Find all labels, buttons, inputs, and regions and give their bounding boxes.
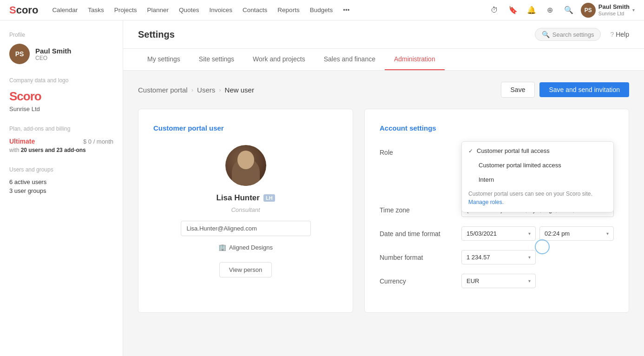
user-name: Lisa Hunter: [216, 193, 260, 203]
user-subtitle: Sunrise Ltd: [598, 11, 630, 17]
datetime-control: 15/03/2021 ▾ 02:24 pm ▾: [461, 226, 614, 241]
nav-reports[interactable]: Reports: [273, 5, 304, 15]
sidebar-profile-role: CEO: [35, 55, 72, 61]
nav-contacts[interactable]: Contacts: [238, 5, 272, 15]
sidebar-profile-name: Paul Smith: [35, 47, 72, 55]
number-arrow-icon: ▾: [528, 255, 531, 260]
logo[interactable]: Scoro: [9, 4, 38, 16]
plan-price: $ 0 / month: [83, 138, 113, 145]
currency-select[interactable]: EUR ▾: [461, 274, 536, 288]
main-content: Settings 🔍 Search settings ? Help My set…: [123, 20, 644, 356]
timer-icon[interactable]: ⏱: [488, 4, 501, 17]
user-menu[interactable]: PS Paul Smith Sunrise Ltd ▾: [581, 3, 635, 18]
tab-site-settings[interactable]: Site settings: [190, 49, 243, 70]
role-option-limited-access[interactable]: Customer portal limited access: [462, 158, 613, 172]
breadcrumb: Customer portal › Users › New user: [138, 86, 254, 94]
view-person-button[interactable]: View person: [219, 262, 272, 277]
company-logo: Scoro: [9, 89, 113, 104]
action-btns: Save Save and send invitation: [501, 82, 629, 98]
account-settings-title: Account settings: [380, 124, 614, 132]
tab-work-projects[interactable]: Work and projects: [243, 49, 315, 70]
account-settings-card: Account settings Role ✓ Customer portal …: [364, 109, 629, 313]
nav-calendar[interactable]: Calendar: [47, 5, 82, 15]
role-option-intern[interactable]: Intern: [462, 172, 613, 187]
form-grid: Customer portal user Lisa Hunter LH Cons…: [138, 109, 629, 313]
user-info: Paul Smith Sunrise Ltd: [598, 3, 630, 17]
user-name-row: Lisa Hunter LH: [216, 193, 275, 203]
datetime-label: Date and time format: [380, 226, 454, 237]
search-icon[interactable]: 🔍: [562, 4, 575, 17]
timezone-label: Time zone: [380, 203, 454, 214]
currency-label: Currency: [380, 274, 454, 285]
sidebar-profile: PS Paul Smith CEO: [9, 44, 113, 64]
currency-control: EUR ▾: [461, 274, 614, 288]
nav-tasks[interactable]: Tasks: [83, 5, 109, 15]
save-invite-button[interactable]: Save and send invitation: [539, 82, 629, 97]
currency-arrow-icon: ▾: [528, 278, 531, 283]
user-photo-inner: [225, 145, 266, 186]
role-intern-label: Intern: [479, 176, 494, 183]
number-label: Number format: [380, 250, 454, 261]
customer-portal-card-title: Customer portal user: [153, 124, 338, 132]
user-chevron-icon: ▾: [632, 7, 635, 13]
topnav-right: ⏱ 🔖 🔔 ⊕ 🔍 PS Paul Smith Sunrise Ltd ▾: [488, 3, 635, 18]
users-section-label: Users and groups: [9, 166, 113, 173]
nav-budgets[interactable]: Budgets: [305, 5, 338, 15]
building-icon: 🏢: [218, 244, 226, 251]
search-settings[interactable]: 🔍 Search settings: [535, 28, 601, 41]
date-arrow-icon: ▾: [528, 231, 531, 236]
user-card-content: Lisa Hunter LH Consultant 🏢 Aligned Desi…: [153, 145, 338, 277]
nav-planner[interactable]: Planner: [142, 5, 173, 15]
help-button[interactable]: ? Help: [610, 31, 629, 38]
profile-section-label: Profile: [9, 32, 113, 38]
role-description: Customer portal users can see on your Sc…: [462, 187, 613, 210]
role-full-access-label: Customer portal full access: [477, 147, 550, 154]
role-option-full-access[interactable]: ✓ Customer portal full access: [462, 144, 613, 158]
user-email-input[interactable]: [181, 221, 311, 236]
add-icon[interactable]: ⊕: [544, 4, 557, 17]
nav-projects[interactable]: Projects: [110, 5, 142, 15]
bell-icon[interactable]: 🔔: [525, 4, 538, 17]
datetime-row: Date and time format 15/03/2021 ▾ 02:24 …: [380, 226, 614, 241]
user-initials-badge: LH: [263, 194, 275, 202]
user-groups-stat: 3 user groups: [9, 187, 113, 194]
sidebar-users-section: Users and groups 6 active users 3 user g…: [9, 166, 113, 194]
breadcrumb-sep-1: ›: [191, 86, 193, 93]
nav-more[interactable]: •••: [338, 5, 354, 15]
number-row: Number format 1 234.57 ▾: [380, 250, 614, 264]
topnav: Scoro Calendar Tasks Projects Planner Qu…: [0, 0, 644, 20]
breadcrumb-bar: Customer portal › Users › New user Save …: [138, 82, 629, 98]
customer-portal-card: Customer portal user Lisa Hunter LH Cons…: [138, 109, 353, 313]
user-company: 🏢 Aligned Designs: [218, 244, 273, 251]
number-control: 1 234.57 ▾: [461, 250, 614, 264]
manage-roles-link[interactable]: Manage roles.: [468, 199, 504, 205]
breadcrumb-users[interactable]: Users: [197, 86, 215, 94]
bookmark-icon[interactable]: 🔖: [506, 4, 519, 17]
settings-title: Settings: [138, 29, 175, 40]
search-icon: 🔍: [542, 31, 550, 38]
save-button[interactable]: Save: [501, 82, 535, 98]
sidebar-plan-section: Plan, add-ons and billing Ultimate $ 0 /…: [9, 125, 113, 153]
plan-name[interactable]: Ultimate: [9, 138, 35, 145]
tab-sales-finance[interactable]: Sales and finance: [315, 49, 385, 70]
user-company-name: Aligned Designs: [229, 244, 273, 251]
user-photo: [225, 145, 266, 186]
nav-invoices[interactable]: Invoices: [205, 5, 237, 15]
nav-quotes[interactable]: Quotes: [174, 5, 204, 15]
company-section-label: Company data and logo: [9, 77, 113, 84]
settings-header-right: 🔍 Search settings ? Help: [535, 28, 629, 41]
sidebar: Profile PS Paul Smith CEO Company data a…: [0, 20, 123, 356]
tab-my-settings[interactable]: My settings: [138, 49, 190, 70]
role-limited-access-label: Customer portal limited access: [479, 162, 561, 169]
date-select[interactable]: 15/03/2021 ▾: [461, 226, 536, 241]
search-settings-text: Search settings: [552, 31, 594, 38]
number-select[interactable]: 1 234.57 ▾: [461, 250, 536, 264]
number-value: 1 234.57: [467, 254, 490, 261]
settings-header: Settings 🔍 Search settings ? Help: [123, 20, 644, 49]
sidebar-company-section: Company data and logo Scoro Sunrise Ltd: [9, 77, 113, 112]
breadcrumb-customer-portal[interactable]: Customer portal: [138, 86, 188, 94]
role-check-icon: ✓: [468, 148, 473, 154]
tab-administration[interactable]: Administration: [385, 49, 445, 70]
breadcrumb-current: New user: [225, 86, 254, 94]
time-select[interactable]: 02:24 pm ▾: [539, 226, 614, 241]
